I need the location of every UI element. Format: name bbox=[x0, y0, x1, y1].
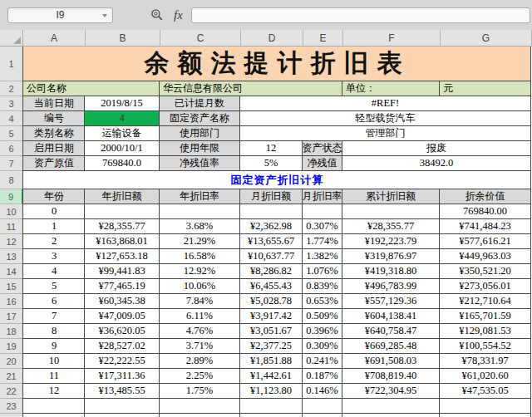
table-cell[interactable] bbox=[22, 399, 85, 414]
column-header-e[interactable]: E bbox=[303, 30, 343, 47]
cell-unit-value[interactable]: 元 bbox=[440, 81, 531, 96]
column-header-b[interactable]: B bbox=[86, 30, 160, 47]
table-cell[interactable]: ¥273,056.01 bbox=[440, 279, 531, 294]
formula-input[interactable] bbox=[191, 7, 530, 23]
table-cell[interactable]: ¥1,442.61 bbox=[240, 369, 303, 384]
row-number[interactable]: 17 bbox=[0, 309, 23, 324]
table-cell[interactable]: 6.11% bbox=[160, 309, 240, 324]
table-cell[interactable]: 10.06% bbox=[160, 279, 240, 294]
table-cell[interactable]: ¥449,963.03 bbox=[440, 249, 531, 264]
table-cell[interactable]: ¥3,917.42 bbox=[240, 309, 303, 324]
cell-residual-rate-label[interactable]: 净残值率 bbox=[160, 156, 240, 171]
table-cell[interactable]: ¥1,851.88 bbox=[240, 354, 303, 369]
cell-company-name[interactable]: 华云信息有限公司 bbox=[160, 81, 342, 96]
table-cell[interactable]: ¥28,355.77 bbox=[342, 219, 440, 234]
cell-current-date-value[interactable]: 2019/8/15 bbox=[85, 96, 160, 111]
cell-asset-status-value[interactable]: 报废 bbox=[342, 141, 531, 156]
name-box-dropdown-icon[interactable] bbox=[102, 14, 107, 17]
row-number[interactable]: 14 bbox=[0, 264, 23, 279]
table-cell[interactable]: 0.309% bbox=[303, 339, 342, 354]
table-cell[interactable]: 769840.00 bbox=[440, 204, 531, 219]
table-cell[interactable]: 0.241% bbox=[303, 354, 342, 369]
row-number[interactable]: 13 bbox=[0, 249, 23, 264]
table-cell[interactable]: 1 bbox=[22, 219, 85, 234]
table-cell[interactable]: 0.509% bbox=[303, 309, 342, 324]
table-cell[interactable] bbox=[160, 399, 240, 414]
table-cell[interactable]: 3.71% bbox=[160, 339, 240, 354]
cell-start-date-label[interactable]: 启用日期 bbox=[22, 141, 85, 156]
cell-section-title[interactable]: 固定资产折旧计算 bbox=[22, 171, 531, 189]
select-all-corner[interactable] bbox=[0, 30, 23, 47]
column-header-g[interactable]: G bbox=[441, 30, 532, 47]
table-cell[interactable]: ¥3,051.67 bbox=[240, 324, 303, 339]
table-cell[interactable]: 0.307% bbox=[303, 219, 342, 234]
cell-months-value[interactable]: #REF! bbox=[240, 96, 531, 111]
table-cell[interactable]: ¥192,223.79 bbox=[342, 234, 440, 249]
table-cell[interactable]: ¥165,701.59 bbox=[440, 309, 531, 324]
table-cell[interactable]: 7.84% bbox=[160, 294, 240, 309]
cell-category-label[interactable]: 类别名称 bbox=[22, 126, 85, 141]
table-cell[interactable] bbox=[240, 204, 303, 219]
table-cell[interactable]: ¥691,508.03 bbox=[342, 354, 440, 369]
name-box[interactable]: I9 bbox=[7, 7, 113, 23]
table-cell[interactable] bbox=[303, 414, 342, 417]
row-number[interactable]: 12 bbox=[0, 234, 23, 249]
table-cell[interactable]: ¥17,311.36 bbox=[85, 369, 160, 384]
row-number[interactable]: 21 bbox=[0, 369, 23, 384]
table-cell[interactable]: ¥10,637.77 bbox=[240, 249, 303, 264]
row-number[interactable]: 16 bbox=[0, 294, 23, 309]
table-cell[interactable] bbox=[342, 414, 440, 417]
column-header-c[interactable]: C bbox=[160, 30, 241, 47]
table-cell[interactable]: 10 bbox=[22, 354, 85, 369]
table-cell[interactable]: ¥557,129.36 bbox=[342, 294, 440, 309]
row-number[interactable]: 24 bbox=[0, 414, 23, 417]
cell-department-value[interactable]: 管理部门 bbox=[240, 126, 531, 141]
table-cell[interactable]: 2.25% bbox=[160, 369, 240, 384]
table-cell[interactable]: 7 bbox=[22, 309, 85, 324]
row-number[interactable]: 8 bbox=[0, 171, 23, 189]
table-cell[interactable]: 0.396% bbox=[303, 324, 342, 339]
cell-unit-label[interactable]: 单位： bbox=[342, 81, 440, 96]
cell-category-value[interactable]: 运输设备 bbox=[85, 126, 160, 141]
table-cell[interactable]: ¥47,009.05 bbox=[85, 309, 160, 324]
table-cell[interactable]: ¥741,484.23 bbox=[440, 219, 531, 234]
table-cell[interactable]: 12 bbox=[22, 384, 85, 399]
cell-residual-label[interactable]: 净残值 bbox=[303, 156, 342, 171]
table-cell[interactable]: ¥419,318.80 bbox=[342, 264, 440, 279]
table-cell[interactable] bbox=[22, 414, 85, 417]
table-cell[interactable]: ¥2,377.25 bbox=[240, 339, 303, 354]
header-monthly-depreciation[interactable]: 月折旧额 bbox=[240, 189, 303, 204]
cell-service-life-value[interactable]: 12 bbox=[240, 141, 303, 156]
sheet-title-cell[interactable]: 余额法提计折旧表 bbox=[22, 47, 531, 81]
table-cell[interactable] bbox=[342, 204, 440, 219]
cell-asset-no-value[interactable]: 4 bbox=[85, 111, 160, 126]
cell-original-value-value[interactable]: 769840.0 bbox=[85, 156, 160, 171]
cell-start-date-value[interactable]: 2000/10/1 bbox=[85, 141, 160, 156]
table-cell[interactable]: ¥604,138.41 bbox=[342, 309, 440, 324]
header-remaining-value[interactable]: 折余价值 bbox=[440, 189, 531, 204]
table-cell[interactable]: ¥13,655.67 bbox=[240, 234, 303, 249]
cell-original-value-label[interactable]: 资产原值 bbox=[22, 156, 85, 171]
row-number[interactable]: 18 bbox=[0, 324, 23, 339]
table-cell[interactable] bbox=[85, 204, 160, 219]
table-cell[interactable] bbox=[303, 399, 342, 414]
table-cell[interactable]: 4.76% bbox=[160, 324, 240, 339]
table-cell[interactable]: ¥1,123.80 bbox=[240, 384, 303, 399]
row-number[interactable]: 22 bbox=[0, 384, 23, 399]
table-cell[interactable]: ¥100,554.52 bbox=[440, 339, 531, 354]
cell-residual-rate-value[interactable]: 5% bbox=[240, 156, 303, 171]
table-cell[interactable] bbox=[240, 414, 303, 417]
table-cell[interactable] bbox=[240, 399, 303, 414]
table-cell[interactable]: 0.653% bbox=[303, 294, 342, 309]
table-cell[interactable]: ¥60,345.38 bbox=[85, 294, 160, 309]
table-cell[interactable]: 1.774% bbox=[303, 234, 342, 249]
table-cell[interactable]: ¥722,304.95 bbox=[342, 384, 440, 399]
row-number-selected[interactable]: 9 bbox=[0, 189, 23, 204]
table-cell[interactable]: 4 bbox=[22, 264, 85, 279]
table-cell[interactable]: 11 bbox=[22, 369, 85, 384]
row-number[interactable]: 20 bbox=[0, 354, 23, 369]
table-cell[interactable]: 12.92% bbox=[160, 264, 240, 279]
table-cell[interactable]: ¥6,455.43 bbox=[240, 279, 303, 294]
table-cell[interactable]: ¥350,521.20 bbox=[440, 264, 531, 279]
table-cell[interactable]: ¥212,710.64 bbox=[440, 294, 531, 309]
